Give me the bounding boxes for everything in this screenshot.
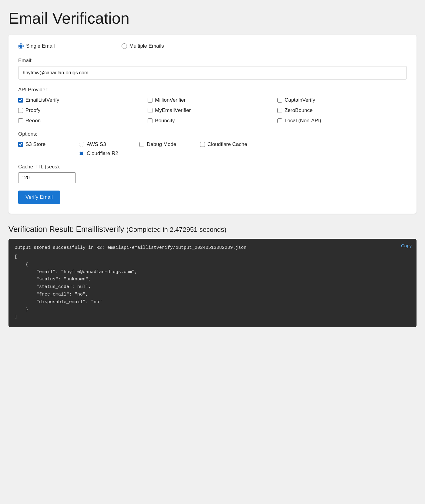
email-label: Email:: [18, 58, 407, 64]
cloudflare-cache-option[interactable]: Cloudflare Cache: [200, 141, 279, 147]
millionverifier-label: MillionVerifier: [155, 97, 186, 103]
captainverify-checkbox[interactable]: [277, 98, 282, 103]
cache-ttl-label: Cache TTL (secs):: [18, 164, 407, 170]
zerobounce-label: ZeroBounce: [285, 107, 313, 113]
page-title: Email Verification: [8, 9, 417, 27]
output-stored-line: Output stored successfully in R2: emaila…: [15, 244, 410, 252]
bouncify-checkbox[interactable]: [148, 118, 152, 123]
zerobounce-option[interactable]: ZeroBounce: [277, 107, 407, 113]
options-label: Options:: [18, 131, 407, 137]
result-time-note: (Completed in 2.472951 seconds): [126, 226, 226, 233]
single-email-radio[interactable]: [18, 43, 24, 49]
cache-ttl-input[interactable]: [18, 172, 76, 183]
s3-store-checkbox[interactable]: [18, 142, 23, 147]
providers-grid: EmailListVerify MillionVerifier CaptainV…: [18, 97, 407, 124]
aws-s3-option[interactable]: AWS S3: [79, 141, 139, 147]
proofy-option[interactable]: Proofy: [18, 107, 148, 113]
captainverify-label: CaptainVerify: [285, 97, 315, 103]
myemailverifier-label: MyEmailVerifier: [155, 107, 191, 113]
millionverifier-option[interactable]: MillionVerifier: [148, 97, 277, 103]
captainverify-option[interactable]: CaptainVerify: [277, 97, 407, 103]
api-provider-label: API Provider:: [18, 87, 407, 93]
millionverifier-checkbox[interactable]: [148, 98, 152, 103]
cloudflare-cache-label: Cloudflare Cache: [207, 141, 247, 147]
options-col2: AWS S3 Cloudflare R2: [79, 141, 139, 157]
debug-mode-checkbox[interactable]: [139, 142, 144, 147]
local-checkbox[interactable]: [277, 118, 282, 123]
aws-s3-radio[interactable]: [79, 142, 84, 147]
myemailverifier-option[interactable]: MyEmailVerifier: [148, 107, 277, 113]
debug-mode-label: Debug Mode: [147, 141, 176, 147]
json-output: [ { "email": "hnyfmw@canadlan-drugs.com"…: [15, 253, 410, 321]
verify-email-button[interactable]: Verify Email: [18, 191, 60, 204]
multiple-emails-option[interactable]: Multiple Emails: [122, 43, 164, 49]
reoon-checkbox[interactable]: [18, 118, 23, 123]
zerobounce-checkbox[interactable]: [277, 108, 282, 113]
single-email-option[interactable]: Single Email: [18, 43, 55, 49]
reoon-option[interactable]: Reoon: [18, 118, 148, 124]
cloudflare-r2-label: Cloudflare R2: [87, 151, 118, 157]
multiple-emails-radio[interactable]: [122, 43, 127, 49]
s3-store-option[interactable]: S3 Store: [18, 141, 79, 147]
output-box: Output stored successfully in R2: emaila…: [8, 239, 417, 327]
s3-store-label: S3 Store: [25, 141, 45, 147]
local-option[interactable]: Local (Non-API): [277, 118, 407, 124]
email-input[interactable]: [18, 66, 407, 79]
myemailverifier-checkbox[interactable]: [148, 108, 152, 113]
single-email-label: Single Email: [26, 43, 55, 49]
bouncify-option[interactable]: Bouncify: [148, 118, 277, 124]
cloudflare-r2-radio[interactable]: [79, 151, 84, 156]
mode-selection-row: Single Email Multiple Emails: [18, 43, 407, 49]
proofy-checkbox[interactable]: [18, 108, 23, 113]
options-col4: Cloudflare Cache: [200, 141, 279, 147]
cache-ttl-section: Cache TTL (secs):: [18, 164, 407, 183]
emaillistverify-checkbox[interactable]: [18, 98, 23, 103]
verification-result-section: Verification Result: Emaillistverify (Co…: [8, 225, 417, 327]
options-col3: Debug Mode: [139, 141, 200, 147]
cloudflare-r2-option[interactable]: Cloudflare R2: [79, 151, 139, 157]
result-heading-main: Verification Result: Emaillistverify: [8, 225, 124, 234]
multiple-emails-label: Multiple Emails: [129, 43, 164, 49]
reoon-label: Reoon: [25, 118, 41, 124]
options-section: Options: S3 Store AWS S3 Cloudflare R2: [18, 131, 407, 157]
email-section: Email:: [18, 58, 407, 79]
proofy-label: Proofy: [25, 107, 40, 113]
emaillistverify-label: EmailListVerify: [25, 97, 59, 103]
result-heading: Verification Result: Emaillistverify (Co…: [8, 225, 417, 234]
aws-s3-label: AWS S3: [87, 141, 106, 147]
debug-mode-option[interactable]: Debug Mode: [139, 141, 200, 147]
verification-form-card: Single Email Multiple Emails Email: API …: [8, 35, 417, 214]
local-label: Local (Non-API): [285, 118, 321, 124]
cloudflare-cache-checkbox[interactable]: [200, 142, 205, 147]
options-row: S3 Store AWS S3 Cloudflare R2 Debug Mode: [18, 141, 407, 157]
emaillistverify-option[interactable]: EmailListVerify: [18, 97, 148, 103]
bouncify-label: Bouncify: [155, 118, 175, 124]
copy-button[interactable]: Copy: [401, 243, 412, 248]
api-provider-section: API Provider: EmailListVerify MillionVer…: [18, 87, 407, 124]
options-col1: S3 Store: [18, 141, 79, 147]
